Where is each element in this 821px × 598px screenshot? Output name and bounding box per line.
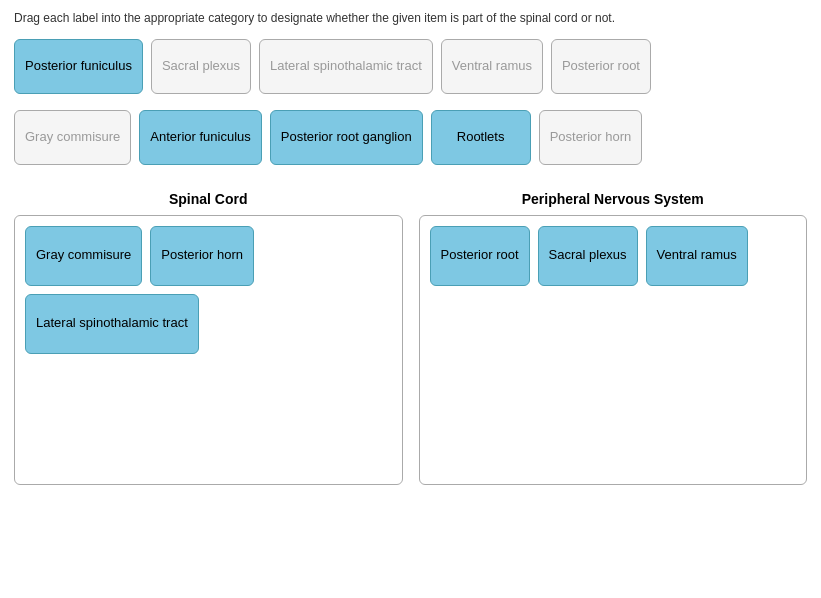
label-anterior-funiculus[interactable]: Anterior funiculus	[139, 110, 261, 165]
spinal-cord-column: Spinal Cord Gray commisure Posterior hor…	[14, 191, 403, 485]
categories-area: Spinal Cord Gray commisure Posterior hor…	[14, 191, 807, 485]
labels-row-2: Gray commisure Anterior funiculus Poster…	[14, 110, 642, 165]
label-lateral-spinothalamic-tract[interactable]: Lateral spinothalamic tract	[259, 39, 433, 94]
pns-item-sacral-plexus[interactable]: Sacral plexus	[538, 226, 638, 286]
label-posterior-root-ganglion[interactable]: Posterior root ganglion	[270, 110, 423, 165]
peripheral-nervous-system-column: Peripheral Nervous System Posterior root…	[419, 191, 808, 485]
spinal-cord-title: Spinal Cord	[14, 191, 403, 207]
label-ventral-ramus[interactable]: Ventral ramus	[441, 39, 543, 94]
pns-item-ventral-ramus[interactable]: Ventral ramus	[646, 226, 748, 286]
spinal-cord-drop-zone[interactable]: Gray commisure Posterior horn Lateral sp…	[14, 215, 403, 485]
label-posterior-horn[interactable]: Posterior horn	[539, 110, 643, 165]
pns-item-posterior-root[interactable]: Posterior root	[430, 226, 530, 286]
label-sacral-plexus[interactable]: Sacral plexus	[151, 39, 251, 94]
sc-item-gray-commisure[interactable]: Gray commisure	[25, 226, 142, 286]
peripheral-drop-zone[interactable]: Posterior root Sacral plexus Ventral ram…	[419, 215, 808, 485]
instruction-text: Drag each label into the appropriate cat…	[14, 10, 807, 27]
labels-row-1: Posterior funiculus Sacral plexus Latera…	[14, 39, 651, 94]
label-posterior-funiculus[interactable]: Posterior funiculus	[14, 39, 143, 94]
peripheral-title: Peripheral Nervous System	[419, 191, 808, 207]
label-rootlets[interactable]: Rootlets	[431, 110, 531, 165]
labels-bank: Posterior funiculus Sacral plexus Latera…	[14, 39, 807, 173]
label-posterior-root[interactable]: Posterior root	[551, 39, 651, 94]
label-gray-commisure[interactable]: Gray commisure	[14, 110, 131, 165]
sc-item-posterior-horn[interactable]: Posterior horn	[150, 226, 254, 286]
sc-item-lateral-spinothalamic-tract[interactable]: Lateral spinothalamic tract	[25, 294, 199, 354]
